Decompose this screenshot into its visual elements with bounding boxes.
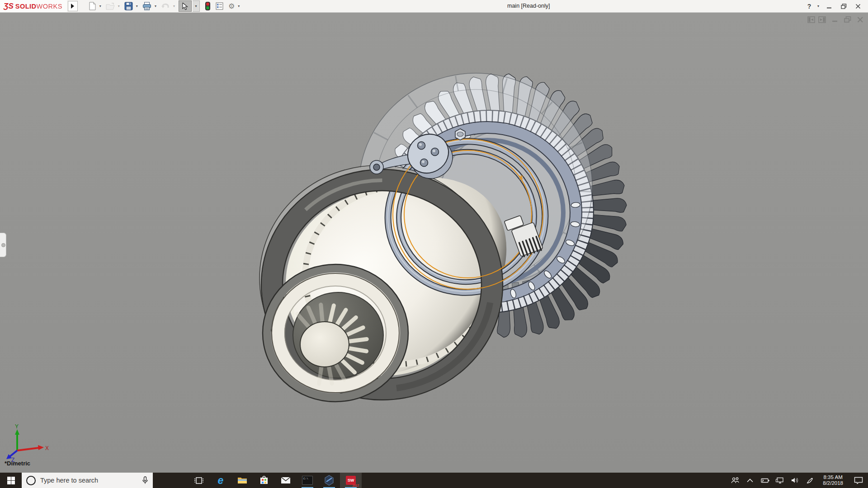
select-dropdown-caret[interactable]: ▾ [193,0,200,12]
store-button[interactable] [253,473,275,488]
brand-bold: SOLID [15,3,37,10]
task-view-button[interactable] [188,473,210,488]
rebuild-button[interactable] [204,1,211,12]
print-icon [142,2,151,10]
mail-button[interactable] [275,473,297,488]
window-title: main [Read-only] [507,0,550,12]
graphics-viewport[interactable]: Y X Z *Dimetric [0,13,868,473]
save-dropdown-caret[interactable]: ▾ [136,4,138,8]
minimize-doc-icon[interactable] [832,16,838,23]
brand-light: WORKS [37,3,62,10]
toolbar-flyout-button[interactable] [68,1,78,11]
start-button[interactable] [0,473,22,488]
title-bar: ƷS SOLIDWORKS ▾ ▾ ▾ [0,0,868,13]
triad-y-label: Y [15,423,19,430]
new-dropdown-caret[interactable]: ▾ [99,4,101,8]
command-prompt-button[interactable]: C:\ [297,473,318,488]
pen-icon[interactable] [804,477,815,484]
edrawings-hexagon-icon [324,475,334,486]
system-tray: 8:35 AM 8/2/2018 [730,473,868,488]
help-button[interactable]: ? [805,0,814,12]
mail-icon [281,477,291,484]
new-document-button[interactable] [88,1,97,12]
open-button[interactable] [105,1,116,12]
save-button[interactable] [123,1,134,12]
network-icon[interactable] [774,477,785,483]
file-explorer-icon [237,476,247,484]
task-view-icon [194,477,203,484]
undo-button[interactable] [160,1,171,12]
command-prompt-icon: C:\ [302,476,313,485]
view-orientation-label: *Dimetric [5,460,30,467]
pane-right-icon[interactable] [818,16,826,23]
select-tool-button[interactable] [179,0,192,12]
select-cursor-icon [182,3,188,10]
edge-icon: e [218,475,224,486]
options-button[interactable]: ⚙ [227,1,236,12]
triad-x-label: X [45,445,49,451]
file-properties-button[interactable] [215,1,224,12]
sw-year-badge: 2017 [353,484,359,487]
clock-time: 8:35 AM [823,474,843,480]
pane-left-icon[interactable] [807,16,815,23]
close-doc-icon[interactable] [857,16,863,23]
cortana-icon [26,476,36,485]
rebuild-traffic-light-icon [205,2,210,10]
solidworks-2017-button[interactable]: SW 2017 [340,473,362,488]
restore-doc-icon[interactable] [844,16,851,23]
action-center-icon[interactable] [851,477,866,484]
print-dropdown-caret[interactable]: ▾ [155,4,156,8]
microphone-icon[interactable] [142,476,148,484]
store-icon [259,476,269,485]
minimize-button[interactable] [823,0,835,12]
taskbar-search-input[interactable]: Type here to search [22,473,153,488]
solidworks-2017-icon: SW [346,476,356,485]
file-explorer-button[interactable] [231,473,253,488]
restore-icon [841,4,847,9]
feature-manager-collapsed-tab[interactable] [0,233,6,257]
save-icon [124,2,133,10]
people-icon[interactable] [730,477,741,483]
ds-logo-icon: ƷS [4,2,14,11]
command-prompt-label: C:\ [303,477,308,480]
solidworks-logo: ƷS SOLIDWORKS [0,0,67,12]
edge-button[interactable]: e [210,473,231,488]
file-properties-icon [216,2,223,10]
print-button[interactable] [142,1,152,12]
clock-date: 8/2/2018 [823,480,843,486]
hidden-icons-chevron-icon[interactable] [745,479,755,483]
open-dropdown-caret[interactable]: ▾ [118,4,120,8]
edrawings-button[interactable] [318,473,340,488]
battery-icon[interactable] [760,478,770,483]
taskbar-clock[interactable]: 8:35 AM 8/2/2018 [819,474,847,486]
document-window-controls [807,16,863,23]
orientation-triad: Y X Z [6,423,49,463]
undo-dropdown-caret[interactable]: ▾ [173,4,175,8]
restore-button[interactable] [837,0,850,12]
open-icon [106,2,115,10]
sw-letters: SW [348,478,354,483]
options-gear-icon: ⚙ [228,3,235,10]
flyout-arrow-icon [71,4,75,9]
minimize-icon [826,4,832,9]
windows-logo-icon [7,477,15,484]
options-dropdown-caret[interactable]: ▾ [238,4,240,8]
undo-icon [161,2,170,10]
quick-access-toolbar: ▾ ▾ ▾ ▾ ▾ [88,0,242,12]
help-dropdown-caret[interactable]: ▾ [816,0,821,12]
tab-handle-dot [1,243,5,247]
close-icon [855,4,861,9]
new-document-icon [89,2,96,10]
search-placeholder: Type here to search [40,477,137,484]
engine-model[interactable]: Y X Z [0,13,868,473]
close-button[interactable] [852,0,864,12]
volume-icon[interactable] [789,477,800,483]
